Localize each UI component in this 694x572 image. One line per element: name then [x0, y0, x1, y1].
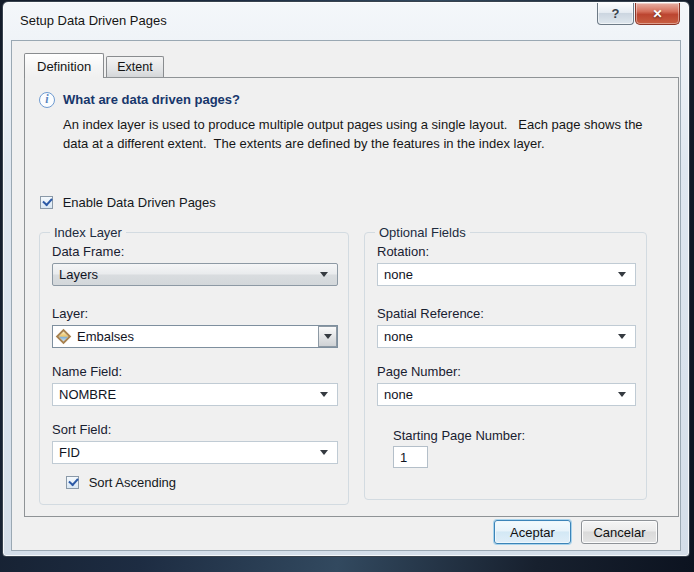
help-icon: ? [612, 6, 620, 21]
dialog-client-area: Definition Extent i What are data driven… [11, 40, 681, 551]
starting-page-number-input[interactable] [393, 446, 428, 468]
close-button[interactable]: ✕ [635, 3, 680, 25]
enable-ddp-checkbox[interactable] [40, 196, 53, 209]
index-layer-group-title: Index Layer [50, 225, 126, 240]
tab-extent[interactable]: Extent [106, 56, 163, 77]
titlebar[interactable]: Setup Data Driven Pages ? ✕ [3, 2, 689, 40]
dialog-button-row: Aceptar Cancelar [494, 520, 658, 544]
spatial-reference-dropdown[interactable]: none [377, 325, 636, 348]
definition-tab-panel: i What are data driven pages? An index l… [24, 77, 679, 517]
info-heading: What are data driven pages? [63, 92, 240, 107]
sort-ascending-row: Sort Ascending [66, 475, 176, 490]
chevron-down-icon [618, 392, 626, 397]
layer-label: Layer: [52, 306, 88, 321]
optional-fields-group-title: Optional Fields [375, 225, 470, 240]
chevron-down-icon [618, 334, 626, 339]
sort-field-label: Sort Field: [52, 422, 111, 437]
tab-strip: Definition Extent [24, 55, 166, 77]
index-layer-group: Index Layer Data Frame: Layers Layer: Em… [39, 232, 349, 505]
name-field-dropdown[interactable]: NOMBRE [52, 383, 338, 406]
ok-button[interactable]: Aceptar [494, 520, 571, 544]
enable-ddp-row: Enable Data Driven Pages [40, 195, 216, 210]
tab-definition[interactable]: Definition [24, 53, 104, 78]
name-field-label: Name Field: [52, 364, 122, 379]
setup-data-driven-pages-dialog: Setup Data Driven Pages ? ✕ Definition E… [2, 1, 690, 557]
info-description: An index layer is used to produce multip… [63, 115, 669, 153]
caption-buttons: ? ✕ [597, 3, 680, 25]
layer-dropdown-button[interactable] [318, 326, 337, 347]
window-title: Setup Data Driven Pages [20, 13, 167, 28]
close-icon: ✕ [652, 7, 662, 21]
enable-ddp-label: Enable Data Driven Pages [63, 195, 216, 210]
sort-ascending-label: Sort Ascending [89, 475, 176, 490]
chevron-down-icon [320, 272, 328, 277]
data-frame-label: Data Frame: [52, 244, 124, 259]
cancel-button[interactable]: Cancelar [581, 520, 658, 544]
rotation-label: Rotation: [377, 244, 429, 259]
sort-field-dropdown[interactable]: FID [52, 441, 338, 464]
page-number-dropdown[interactable]: none [377, 383, 636, 406]
data-frame-dropdown[interactable]: Layers [52, 263, 338, 286]
rotation-dropdown[interactable]: none [377, 263, 636, 286]
chevron-down-icon [320, 392, 328, 397]
optional-fields-group: Optional Fields Rotation: none Spatial R… [364, 232, 647, 500]
layer-dropdown[interactable]: Embalses [52, 325, 338, 348]
chevron-down-icon [320, 450, 328, 455]
sort-ascending-checkbox[interactable] [66, 476, 79, 489]
info-icon: i [39, 92, 55, 108]
chevron-down-icon [324, 334, 332, 339]
page-number-label: Page Number: [377, 364, 461, 379]
chevron-down-icon [618, 272, 626, 277]
starting-page-number-label: Starting Page Number: [393, 428, 525, 443]
spatial-reference-label: Spatial Reference: [377, 306, 484, 321]
help-button[interactable]: ? [597, 3, 634, 25]
